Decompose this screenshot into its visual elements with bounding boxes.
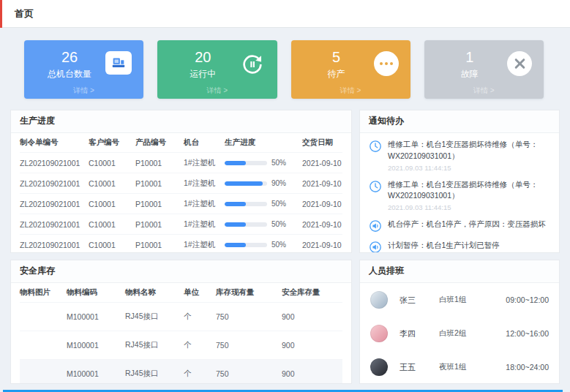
progress-track [225,202,267,206]
table-row[interactable]: M100001 RJ45接口 个 750 900 [20,331,342,360]
unit: 个 [184,312,216,322]
notice-text: 维修工单：机台1变压器损坏待维修（单号：WX202109031001） [388,179,550,203]
stat-card-waiting[interactable]: 5 待产 详情 > [291,40,410,99]
order-no: ZL202109021001 [20,179,89,188]
delivery-date: 2021-09-10 [302,159,342,167]
running-sync-icon [239,51,266,78]
order-no: ZL202109021001 [20,241,89,249]
table-row[interactable]: ZL202109021001 C10001 P10001 1#注塑机 50% 2… [20,153,342,173]
progress-fill [225,202,246,206]
stat-card-total-machines[interactable]: 26 总机台数量 详情 > [24,40,143,99]
delivery-date: 2021-09-10 [302,241,342,249]
stat-label: 运行中 [166,68,239,80]
panel-title: 生产进度 [11,110,351,133]
detail-link[interactable]: 详情 > [157,86,277,96]
tools-icon [507,51,532,76]
table-row[interactable]: ZL202109021001 C10001 P10001 1#注塑机 50% 2… [20,194,342,214]
stat-card-fault[interactable]: 1 故障 详情 > [424,40,544,99]
safety-stock: 900 [282,369,342,378]
detail-link[interactable]: 详情 > [24,86,143,96]
staff-name: 张三 [400,295,439,306]
staff-shift: 夜班1组 [439,362,498,372]
col-progress: 生产进度 [225,137,302,148]
customer-no: C10001 [89,241,135,249]
unit: 个 [184,340,216,350]
notice-item[interactable]: 计划暂停：机台1生产计划已暂停 2021.09.03 11:44:15 [360,234,559,253]
staff-shift: 白班2组 [439,328,498,339]
detail-link[interactable]: 详情 > [291,86,410,96]
safety-stock: 900 [282,312,342,321]
delivery-date: 2021-09-10 [302,220,342,229]
stat-value: 5 [300,48,373,66]
stat-label: 总机台数量 [33,68,106,80]
col-current-stock: 库存现有量 [216,287,282,298]
page-header: 首页 [0,0,570,28]
table-header-row: 制令单编号 客户编号 产品编号 机台 生产进度 交货日期 [20,133,342,153]
panel-title: 人员排班 [360,260,559,283]
notice-item[interactable]: 维修工单：机台1变压器损坏待维修（单号：WX202109031001） 2021… [360,133,559,173]
notice-body: 维修工单：机台1变压器损坏待维修（单号：WX202109031001） 2021… [388,179,550,212]
notices-panel: 通知待办 维修工单：机台1变压器损坏待维修（单号：WX202109031001）… [359,110,560,253]
stat-icon-wrap [374,51,399,76]
stat-value: 20 [166,48,239,66]
col-safety-stock: 安全库存量 [282,287,342,298]
col-material-name: 物料名称 [125,287,184,298]
progress-fill [225,243,246,247]
stat-text: 26 总机台数量 [33,48,106,80]
machine: 1#注塑机 [184,199,225,209]
order-no: ZL202109021001 [20,220,89,229]
table-row[interactable]: ZL202109021001 C10001 P10001 1#注塑机 90% 2… [20,173,342,194]
table-header-row: 物料图片 物料编码 物料名称 单位 库存现有量 安全库存量 [20,283,342,303]
stat-value: 26 [33,48,106,66]
customer-no: C10001 [89,159,135,167]
notice-text: 维修工单：机台1变压器损坏待维修（单号：WX202109031001） [388,139,550,162]
progress-label: 50% [271,220,286,228]
current-stock: 750 [216,312,282,321]
notice-item[interactable]: 机台停产：机台1停产，停产原因：变压器损坏 [360,213,559,234]
stat-text: 20 运行中 [166,48,239,80]
detail-link[interactable]: 详情 > [424,86,544,96]
notice-item[interactable]: 维修工单：机台1变压器损坏待维修（单号：WX202109031001） 2021… [360,173,559,214]
delivery-date: 2021-09-10 [302,179,342,188]
notice-body: 计划暂停：机台1生产计划已暂停 2021.09.03 11:44:15 [388,240,550,253]
progress-fill [225,222,246,227]
table-row[interactable]: M100001 RJ45接口 个 750 900 [20,303,342,331]
notice-body: 机台停产：机台1停产，停产原因：变压器损坏 [388,219,550,233]
material-code: M100001 [67,312,125,321]
speaker-icon [369,219,382,233]
avatar [370,325,388,342]
col-order-no: 制令单编号 [20,137,89,148]
safety-stock-panel: 安全库存 物料图片 物料编码 物料名称 单位 库存现有量 安全库存量 M1000… [10,260,352,384]
product-no: P10001 [135,200,184,208]
customer-no: C10001 [89,220,135,229]
material-code: M100001 [67,341,125,350]
col-product-no: 产品编号 [135,137,184,148]
notice-text: 计划暂停：机台1生产计划已暂停 [388,240,550,252]
material-name: RJ45接口 [125,340,184,350]
stat-icon-wrap [239,51,266,78]
progress-cell: 90% [225,179,302,187]
staff-row[interactable]: 王五 夜班1组 18:00~24:00 [360,350,559,384]
table-row[interactable]: M100001 RJ45接口 个 750 900 [20,360,342,384]
safety-stock: 900 [282,341,342,350]
staff-schedule-panel: 人员排班 张三 白班1组 09:00~12:00 李四 白班2组 12:00~1… [359,260,560,384]
progress-track [225,181,267,186]
progress-cell: 50% [225,200,302,208]
current-stock: 750 [216,369,282,378]
staff-row[interactable]: 张三 白班1组 09:00~12:00 [360,283,559,317]
stat-card-running[interactable]: 20 运行中 详情 > [157,40,277,99]
dashboard-page: 首页 26 总机台数量 详情 > [0,0,570,392]
progress-label: 50% [271,159,286,167]
stat-label: 故障 [433,68,506,80]
staff-time: 09:00~12:00 [506,295,549,304]
machine: 1#注塑机 [184,219,225,230]
table-row[interactable]: ZL202109021001 C10001 P10001 1#注塑机 50% 2… [20,235,342,253]
table-row[interactable]: ZL202109021001 C10001 P10001 1#注塑机 50% 2… [20,214,342,235]
speaker-icon [369,241,382,253]
panel-title: 通知待办 [360,110,559,133]
stat-cards: 26 总机台数量 详情 > 20 运行中 [24,40,544,99]
clock-icon [369,180,382,193]
customer-no: C10001 [89,200,135,208]
staff-row[interactable]: 李四 白班2组 12:00~16:00 [360,317,559,350]
material-name: RJ45接口 [125,312,184,322]
